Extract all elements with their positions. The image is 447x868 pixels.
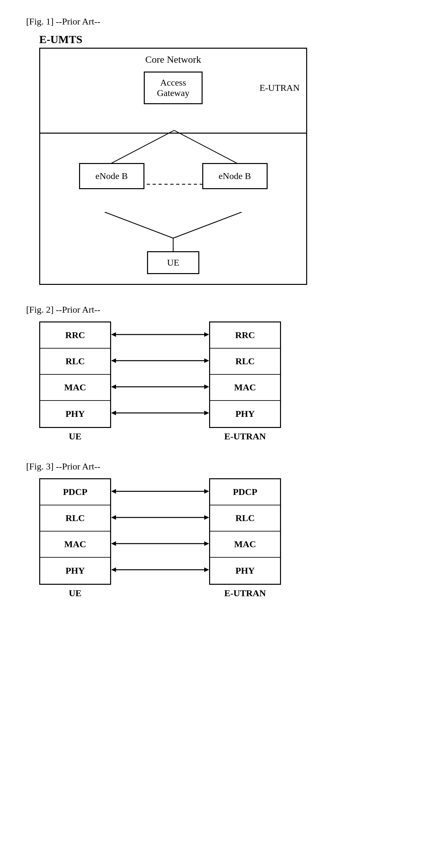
svg-marker-20 [111,489,116,494]
e-utran-label: E-UTRAN [260,83,300,93]
svg-marker-19 [204,489,209,494]
svg-marker-26 [111,541,116,546]
core-network-section: Core Network AccessGateway E-UTRAN [40,49,306,134]
ue-connector-svg [39,212,307,251]
fig2-left-rrc: RRC [40,322,110,348]
svg-marker-10 [204,359,209,363]
svg-marker-25 [204,541,209,546]
enodeb-right: eNode B [202,163,268,189]
svg-line-3 [105,212,173,238]
svg-marker-13 [204,384,209,389]
eutran-section: eNode B eNode B [40,134,306,209]
figure-1-container: [Fig. 1] --Prior Art-- E-UMTS Core Netwo… [26,16,421,285]
svg-marker-28 [204,567,209,572]
svg-marker-29 [111,567,116,572]
fig3-right-phy: PHY [210,558,280,584]
figure-3-container: [Fig. 3] --Prior Art-- PDCP RLC MAC PHY … [26,461,421,598]
enodeb-left: eNode B [79,163,144,189]
fig2-right-stack-wrapper: RRC RLC MAC PHY E-UTRAN [209,321,281,442]
fig2-stack-diagram: RRC RLC MAC PHY UE [39,321,421,442]
fig2-right-rlc: RLC [210,348,280,375]
fig2-left-phy: PHY [40,401,110,427]
svg-marker-23 [111,515,116,520]
fig3-stack-diagram: PDCP RLC MAC PHY UE [39,478,421,598]
fig2-left-label: UE [69,431,82,442]
svg-marker-16 [204,411,209,415]
fig3-left-stack: PDCP RLC MAC PHY [39,478,111,585]
ue-box: UE [147,251,199,274]
fig2-right-stack: RRC RLC MAC PHY [209,321,281,428]
fig3-left-label: UE [69,588,82,598]
fig3-left-mac: MAC [40,531,110,558]
fig3-left-phy: PHY [40,558,110,584]
fig3-left-stack-wrapper: PDCP RLC MAC PHY UE [39,478,111,598]
fig2-right-rrc: RRC [210,322,280,348]
core-network-label: Core Network [40,54,306,65]
fig1-label: [Fig. 1] --Prior Art-- [26,16,421,27]
svg-marker-22 [204,515,209,520]
ue-section: UE [40,209,306,284]
fig2-right-phy: PHY [210,401,280,427]
access-gateway-text: AccessGateway [157,78,189,98]
fig3-right-pdcp: PDCP [210,479,280,505]
fig3-right-stack-wrapper: PDCP RLC MAC PHY E-UTRAN [209,478,281,598]
svg-line-4 [173,212,242,238]
fig3-label: [Fig. 3] --Prior Art-- [26,461,421,472]
svg-marker-8 [111,332,116,337]
page-content: [Fig. 1] --Prior Art-- E-UMTS Core Netwo… [26,16,421,598]
access-gateway-box: AccessGateway [144,71,203,104]
fig3-right-stack: PDCP RLC MAC PHY [209,478,281,585]
fig2-left-stack-wrapper: RRC RLC MAC PHY UE [39,321,111,442]
fig2-left-rlc: RLC [40,348,110,375]
eumts-label: E-UMTS [39,33,421,46]
svg-marker-17 [111,411,116,415]
svg-marker-14 [111,384,116,389]
fig2-right-label: E-UTRAN [224,431,266,442]
fig3-left-pdcp: PDCP [40,479,110,505]
fig3-right-mac: MAC [210,531,280,558]
fig2-left-mac: MAC [40,375,110,401]
fig3-right-rlc: RLC [210,505,280,531]
fig2-label: [Fig. 2] --Prior Art-- [26,305,421,315]
fig3-arrows [111,478,209,583]
fig2-left-stack: RRC RLC MAC PHY [39,321,111,428]
fig2-arrows [111,321,209,426]
fig3-right-label: E-UTRAN [224,588,266,598]
outer-box: Core Network AccessGateway E-UTRAN [39,48,307,285]
svg-marker-7 [204,332,209,337]
fig2-right-mac: MAC [210,375,280,401]
figure-2-container: [Fig. 2] --Prior Art-- RRC RLC MAC PHY U… [26,305,421,442]
fig3-left-rlc: RLC [40,505,110,531]
svg-marker-11 [111,359,116,363]
enodeb-row: eNode B eNode B [50,144,296,189]
